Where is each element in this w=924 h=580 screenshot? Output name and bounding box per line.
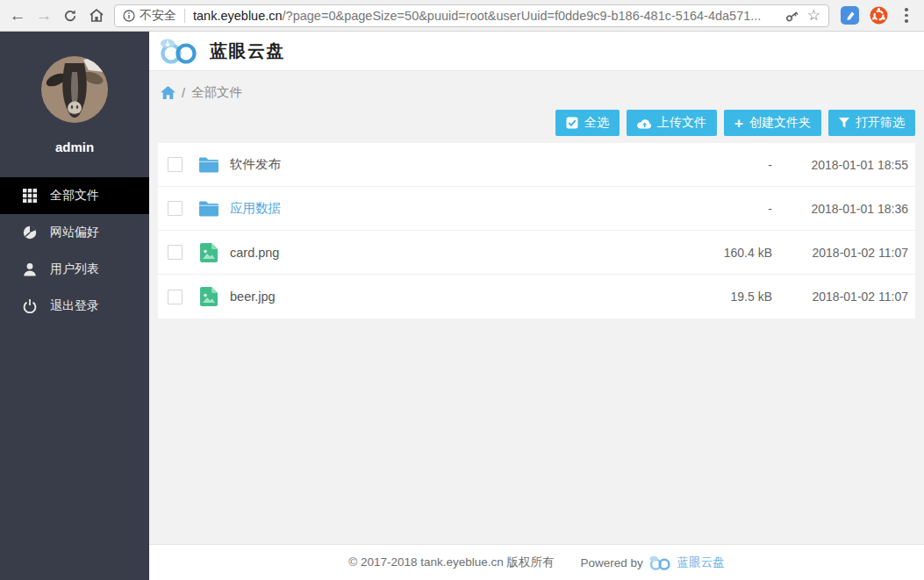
checkbox-checked-icon <box>566 117 578 129</box>
grid-icon <box>23 189 37 203</box>
powered-by-label: Powered by <box>581 556 643 569</box>
file-date: 2018-01-01 18:36 <box>772 202 908 216</box>
table-row[interactable]: beer.jpg 19.5 kB 2018-01-02 11:07 <box>158 275 915 319</box>
breadcrumb: / 全部文件 <box>158 71 915 101</box>
copyright-text: © 2017-2018 tank.eyeblue.cn 版权所有 <box>348 555 554 570</box>
file-name[interactable]: 应用数据 <box>230 200 667 217</box>
bookmark-star-icon[interactable]: ☆ <box>807 8 820 23</box>
breadcrumb-current: 全部文件 <box>191 84 242 101</box>
brand-link[interactable]: 蓝眼云盘 <box>677 555 725 570</box>
upload-file-label: 上传文件 <box>657 115 706 131</box>
powered-by: Powered by 蓝眼云盘 <box>581 555 725 570</box>
file-size: 19.5 kB <box>667 290 772 304</box>
sidebar-item-site-preferences[interactable]: 网站偏好 <box>0 214 149 251</box>
row-checkbox[interactable] <box>168 290 183 304</box>
open-filter-button[interactable]: 打开筛选 <box>828 110 915 136</box>
browser-toolbar: ← → 不安全 tank.eyeblue.cn/?page=0&pageSize… <box>0 0 924 32</box>
row-checkbox[interactable] <box>168 201 183 216</box>
avatar[interactable] <box>41 56 108 123</box>
file-date: 2018-01-02 11:07 <box>772 246 908 260</box>
sidebar-item-logout[interactable]: 退出登录 <box>0 288 149 325</box>
app-title: 蓝眼云盘 <box>210 39 285 63</box>
file-name[interactable]: beer.jpg <box>230 290 667 304</box>
cloud-upload-icon <box>637 118 651 129</box>
main-content: 蓝眼云盘 / 全部文件 全选 <box>149 32 924 580</box>
sidebar-item-label: 用户列表 <box>50 261 99 277</box>
folder-icon <box>199 199 218 218</box>
create-folder-label: 创建文件夹 <box>749 115 811 131</box>
url-path: /?page=0&pageSize=50&puuid=root&userUuid… <box>283 9 762 23</box>
address-bar[interactable]: 不安全 tank.eyeblue.cn/?page=0&pageSize=50&… <box>114 4 829 27</box>
extension-icon-orange[interactable] <box>870 6 888 25</box>
url-domain: tank.eyeblue.cn <box>193 9 283 23</box>
file-name[interactable]: 软件发布 <box>230 156 667 173</box>
file-date: 2018-01-02 11:07 <box>772 290 908 304</box>
file-name[interactable]: card.png <box>230 246 667 260</box>
sidebar-item-user-list[interactable]: 用户列表 <box>0 251 149 288</box>
open-filter-label: 打开筛选 <box>856 115 905 131</box>
reload-icon <box>63 9 77 23</box>
filter-funnel-icon <box>839 118 849 128</box>
toolbar: 全选 上传文件 + 创建文件夹 <box>158 110 915 136</box>
upload-file-button[interactable]: 上传文件 <box>627 110 717 136</box>
sidebar: admin 全部文件 网站偏好 <box>0 32 149 580</box>
info-icon <box>123 10 135 22</box>
row-checkbox[interactable] <box>168 245 183 260</box>
username: admin <box>0 140 149 154</box>
image-file-icon <box>199 287 218 306</box>
browser-menu-button[interactable] <box>898 8 915 23</box>
image-file-icon <box>199 243 218 262</box>
app-logo-icon <box>159 38 199 64</box>
dashboard-icon <box>23 226 37 240</box>
user-icon <box>23 262 37 276</box>
home-icon <box>89 8 104 23</box>
table-row[interactable]: 软件发布 - 2018-01-01 18:55 <box>158 143 915 187</box>
select-all-button[interactable]: 全选 <box>555 110 620 136</box>
table-row[interactable]: 应用数据 - 2018-01-01 18:36 <box>158 187 915 231</box>
omnibox-divider <box>184 9 185 23</box>
create-folder-button[interactable]: + 创建文件夹 <box>724 110 821 136</box>
reload-button[interactable] <box>58 4 82 28</box>
file-size: - <box>667 202 772 216</box>
table-row[interactable]: card.png 160.4 kB 2018-01-02 11:07 <box>158 231 915 275</box>
sidebar-item-label: 全部文件 <box>50 188 99 204</box>
file-size: 160.4 kB <box>667 246 772 260</box>
folder-icon <box>199 155 218 175</box>
url-text[interactable]: tank.eyeblue.cn/?page=0&pageSize=50&puui… <box>193 9 777 23</box>
key-icon[interactable] <box>784 9 800 23</box>
extension-icon-blue[interactable] <box>841 6 859 25</box>
page-body: / 全部文件 全选 上传文件 <box>149 71 924 544</box>
avatar-image <box>41 56 108 123</box>
power-icon <box>23 299 37 313</box>
forward-button[interactable]: → <box>32 4 56 28</box>
sidebar-menu: 全部文件 网站偏好 用户列表 <box>0 177 149 325</box>
breadcrumb-separator: / <box>182 86 185 100</box>
footer-logo-icon <box>648 555 672 570</box>
footer: © 2017-2018 tank.eyeblue.cn 版权所有 Powered… <box>149 544 924 580</box>
sidebar-item-label: 网站偏好 <box>50 225 99 240</box>
breadcrumb-home-icon[interactable] <box>161 86 175 99</box>
extension-glyph-orange <box>870 6 888 25</box>
back-button[interactable]: ← <box>5 4 30 28</box>
row-checkbox[interactable] <box>168 157 183 172</box>
file-date: 2018-01-01 18:55 <box>772 158 908 172</box>
sidebar-item-all-files[interactable]: 全部文件 <box>0 177 149 214</box>
file-list: 软件发布 - 2018-01-01 18:55 应用数据 - 2018-01-0… <box>158 143 915 319</box>
app-header: 蓝眼云盘 <box>149 32 924 71</box>
extension-glyph <box>845 11 856 21</box>
security-indicator[interactable]: 不安全 <box>123 8 176 24</box>
select-all-label: 全选 <box>584 115 609 131</box>
file-size: - <box>667 158 772 172</box>
security-label: 不安全 <box>140 8 176 24</box>
sidebar-item-label: 退出登录 <box>50 298 99 314</box>
home-button[interactable] <box>84 4 109 28</box>
plus-icon: + <box>734 116 743 131</box>
